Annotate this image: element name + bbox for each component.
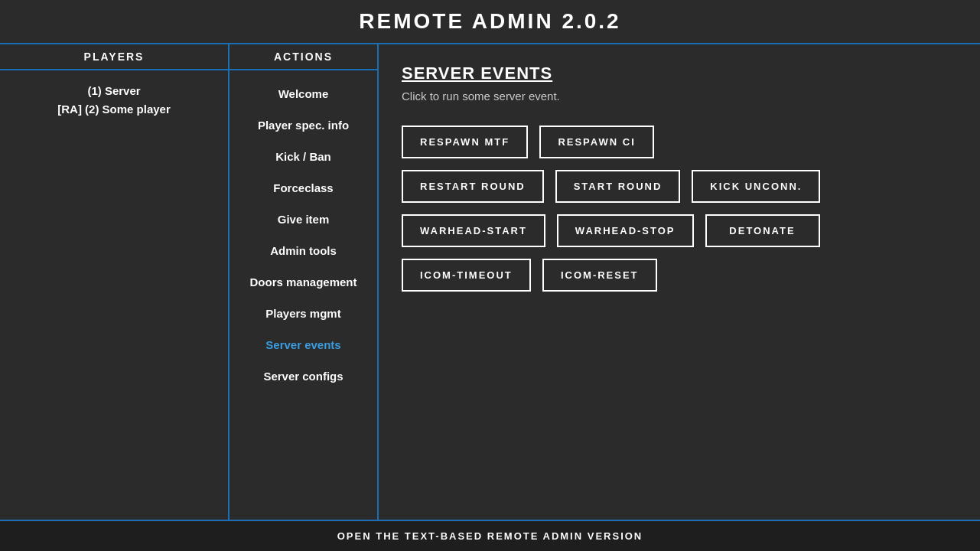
action-item-welcome[interactable]: Welcome (230, 78, 377, 109)
actions-panel-header: ACTIONS (230, 44, 377, 70)
content-panel: SERVER EVENTS Click to run some server e… (379, 44, 980, 520)
events-row-0: RESPAWN MTFRESPAWN CI (402, 126, 957, 158)
action-item-admin-tools[interactable]: Admin tools (230, 235, 377, 266)
event-btn-restart-round[interactable]: RESTART ROUND (402, 170, 544, 203)
event-btn-detonate[interactable]: DETONATE (705, 214, 820, 247)
action-item-players-mgmt[interactable]: Players mgmt (230, 298, 377, 329)
app-title: REMOTE ADMIN 2.0.2 (359, 9, 620, 33)
events-row-3: ICOM-TIMEOUTICOM-RESET (402, 259, 957, 292)
action-item-kick---ban[interactable]: Kick / Ban (230, 141, 377, 172)
action-item-player-spec--info[interactable]: Player spec. info (230, 109, 377, 141)
players-panel-header: PLAYERS (0, 44, 228, 70)
event-btn-respawn-ci[interactable]: RESPAWN CI (539, 126, 654, 158)
action-item-server-events[interactable]: Server events (230, 329, 377, 360)
footer-bar[interactable]: OPEN THE TEXT-BASED REMOTE ADMIN VERSION (0, 520, 980, 551)
player-entry[interactable]: (1) Server (11, 82, 217, 100)
action-item-server-configs[interactable]: Server configs (230, 360, 377, 392)
players-list: (1) Server[RA] (2) Some player (0, 70, 228, 520)
event-btn-kick-unconn-[interactable]: KICK UNCONN. (692, 170, 820, 203)
events-row-2: WARHEAD-STARTWARHEAD-STOPDETONATE (402, 214, 957, 247)
section-subtitle: Click to run some server event. (402, 90, 957, 103)
events-row-1: RESTART ROUNDSTART ROUNDKICK UNCONN. (402, 170, 957, 203)
actions-list: WelcomePlayer spec. infoKick / BanForcec… (230, 70, 377, 399)
action-item-doors-management[interactable]: Doors management (230, 266, 377, 298)
event-btn-icom-timeout[interactable]: ICOM-TIMEOUT (402, 259, 531, 292)
event-btn-icom-reset[interactable]: ICOM-RESET (542, 259, 657, 292)
events-grid: RESPAWN MTFRESPAWN CIRESTART ROUNDSTART … (402, 126, 957, 292)
section-title: SERVER EVENTS (402, 64, 957, 83)
app-container: REMOTE ADMIN 2.0.2 PLAYERS (1) Server[RA… (0, 0, 980, 551)
app-header: REMOTE ADMIN 2.0.2 (0, 0, 980, 44)
action-item-give-item[interactable]: Give item (230, 204, 377, 235)
player-entry[interactable]: [RA] (2) Some player (11, 100, 217, 119)
event-btn-warhead-start[interactable]: WARHEAD-START (402, 214, 545, 247)
main-area: PLAYERS (1) Server[RA] (2) Some player A… (0, 44, 980, 520)
event-btn-warhead-stop[interactable]: WARHEAD-STOP (557, 214, 694, 247)
event-btn-start-round[interactable]: START ROUND (555, 170, 681, 203)
event-btn-respawn-mtf[interactable]: RESPAWN MTF (402, 126, 528, 158)
footer-label: OPEN THE TEXT-BASED REMOTE ADMIN VERSION (337, 530, 643, 542)
actions-panel: ACTIONS WelcomePlayer spec. infoKick / B… (230, 44, 379, 520)
players-panel: PLAYERS (1) Server[RA] (2) Some player (0, 44, 230, 520)
action-item-forceclass[interactable]: Forceclass (230, 172, 377, 204)
